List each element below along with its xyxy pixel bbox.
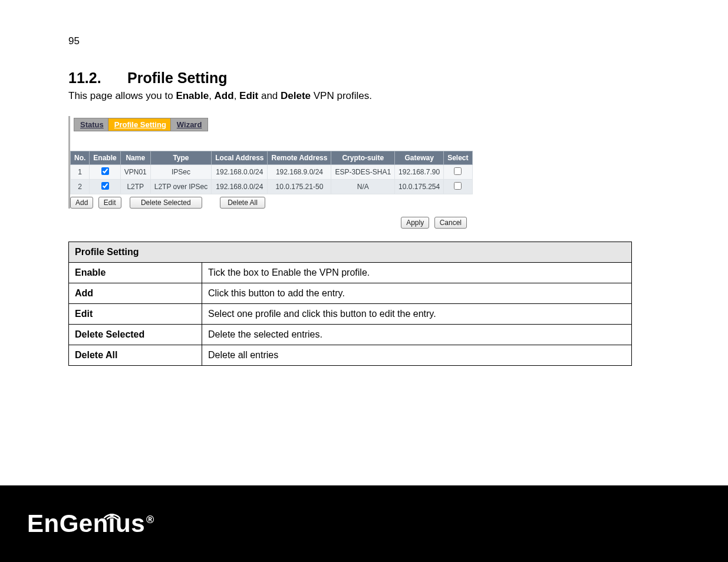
page-footer: EnGenius® (0, 485, 728, 562)
tab-status[interactable]: Status (74, 118, 110, 131)
col-name: Name (120, 151, 150, 165)
col-select: Select (444, 151, 472, 165)
col-remote: Remote Address (268, 151, 331, 165)
enable-checkbox[interactable] (101, 167, 109, 175)
delete-selected-button[interactable]: Delete Selected (130, 197, 202, 209)
intro-text: This page allows you to Enable, Add, Edi… (68, 90, 660, 102)
col-crypto: Crypto-suite (331, 151, 395, 165)
col-type: Type (150, 151, 212, 165)
desc-title: Profile Setting (69, 242, 632, 263)
description-table: Profile Setting EnableTick the box to En… (68, 242, 632, 366)
svg-point-0 (111, 518, 113, 520)
registered-icon: ® (146, 514, 154, 525)
heading-number: 11.2. (68, 70, 127, 87)
action-button-row: Add Edit Delete Selected Delete All (70, 194, 471, 209)
tab-profile-setting[interactable]: Profile Setting (108, 118, 173, 131)
col-local: Local Address (212, 151, 268, 165)
cancel-button[interactable]: Cancel (434, 217, 467, 229)
tab-bar: StatusProfile SettingWizard (70, 116, 471, 133)
vpn-profile-table: No. Enable Name Type Local Address Remot… (70, 151, 473, 194)
table-row: 2 L2TP L2TP over IPSec 192.168.0.0/24 10… (71, 180, 473, 194)
heading-title: Profile Setting (127, 70, 227, 86)
section-heading: 11.2.Profile Setting (68, 70, 660, 87)
add-button[interactable]: Add (70, 197, 93, 209)
delete-all-button[interactable]: Delete All (220, 197, 265, 209)
select-checkbox[interactable] (454, 182, 462, 190)
wifi-icon (102, 498, 122, 526)
col-no: No. (71, 151, 90, 165)
col-enable: Enable (90, 151, 120, 165)
select-checkbox[interactable] (454, 167, 462, 175)
brand-i: i (108, 510, 116, 538)
table-row: 1 VPN01 IPSec 192.168.0.0/24 192.168.9.0… (71, 165, 473, 180)
edit-button[interactable]: Edit (98, 197, 121, 209)
page-number: 95 (68, 35, 660, 47)
ui-screenshot: StatusProfile SettingWizard No. Enable N… (68, 116, 471, 209)
tab-wizard[interactable]: Wizard (170, 118, 209, 131)
brand-logo: EnGenius® (27, 510, 154, 538)
apply-button[interactable]: Apply (401, 217, 429, 229)
enable-checkbox[interactable] (101, 182, 109, 190)
col-gateway: Gateway (395, 151, 444, 165)
confirm-button-row: Apply Cancel (68, 217, 469, 229)
